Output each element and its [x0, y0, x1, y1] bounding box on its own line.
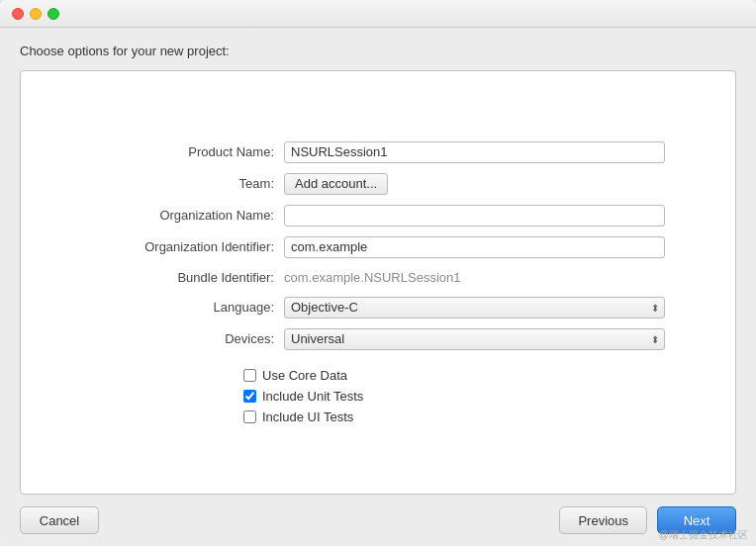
org-identifier-row: Organization Identifier:	[91, 236, 665, 258]
devices-row: Devices: Universal iPhone iPad ⬍	[91, 328, 665, 350]
use-core-data-label[interactable]: Use Core Data	[262, 368, 347, 383]
cancel-button[interactable]: Cancel	[20, 506, 99, 534]
org-identifier-input[interactable]	[284, 236, 665, 258]
include-ui-tests-checkbox[interactable]	[243, 410, 256, 423]
product-name-input[interactable]	[284, 141, 665, 163]
include-unit-tests-checkbox[interactable]	[243, 390, 256, 403]
devices-label: Devices:	[91, 331, 284, 346]
team-row: Team: Add account...	[91, 173, 665, 195]
window: Choose options for your new project: Pro…	[0, 0, 756, 546]
watermark: @瑞士掘金技术社区	[659, 528, 748, 542]
bundle-identifier-label: Bundle Identifier:	[91, 270, 284, 285]
language-row: Language: Objective-C Swift ⬍	[91, 297, 665, 318]
org-name-row: Organization Name:	[91, 205, 665, 227]
product-name-row: Product Name:	[91, 141, 665, 163]
form-area: Product Name: Team: Add account... Organ…	[41, 141, 715, 360]
include-unit-tests-label[interactable]: Include Unit Tests	[262, 389, 363, 404]
main-panel: Product Name: Team: Add account... Organ…	[20, 70, 736, 495]
include-ui-tests-row: Include UI Tests	[243, 410, 756, 424]
use-core-data-row: Use Core Data	[243, 368, 756, 383]
dialog-label: Choose options for your new project:	[20, 44, 736, 58]
devices-select[interactable]: Universal iPhone iPad	[284, 328, 665, 350]
language-label: Language:	[91, 300, 284, 315]
include-ui-tests-label[interactable]: Include UI Tests	[262, 410, 353, 424]
maximize-button[interactable]	[47, 8, 59, 20]
minimize-button[interactable]	[30, 8, 42, 20]
org-name-label: Organization Name:	[91, 208, 284, 223]
add-account-button[interactable]: Add account...	[284, 173, 388, 195]
devices-select-wrapper: Universal iPhone iPad ⬍	[284, 328, 665, 350]
checkbox-section: Use Core Data Include Unit Tests Include…	[243, 368, 756, 424]
org-name-input[interactable]	[284, 205, 665, 227]
window-content: Choose options for your new project: Pro…	[0, 28, 756, 495]
language-select[interactable]: Objective-C Swift	[284, 297, 665, 318]
org-identifier-label: Organization Identifier:	[91, 239, 284, 254]
include-unit-tests-row: Include Unit Tests	[243, 389, 756, 404]
product-name-label: Product Name:	[91, 144, 284, 159]
bottom-bar: Cancel Previous Next	[0, 495, 756, 546]
bundle-identifier-value: com.example.NSURLSession1	[284, 268, 665, 287]
team-label: Team:	[91, 176, 284, 191]
use-core-data-checkbox[interactable]	[243, 369, 256, 382]
title-bar	[0, 0, 756, 28]
bundle-identifier-row: Bundle Identifier: com.example.NSURLSess…	[91, 268, 665, 287]
language-select-wrapper: Objective-C Swift ⬍	[284, 297, 665, 318]
close-button[interactable]	[12, 8, 24, 20]
traffic-lights	[12, 8, 59, 20]
previous-button[interactable]: Previous	[559, 506, 647, 534]
